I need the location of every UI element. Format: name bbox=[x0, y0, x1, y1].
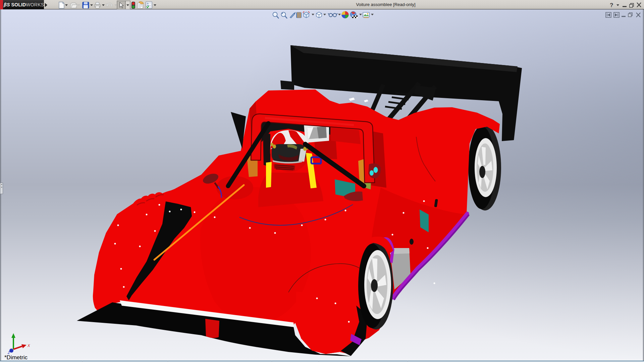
svg-text:?: ? bbox=[610, 2, 613, 8]
svg-text:X: X bbox=[27, 344, 30, 348]
